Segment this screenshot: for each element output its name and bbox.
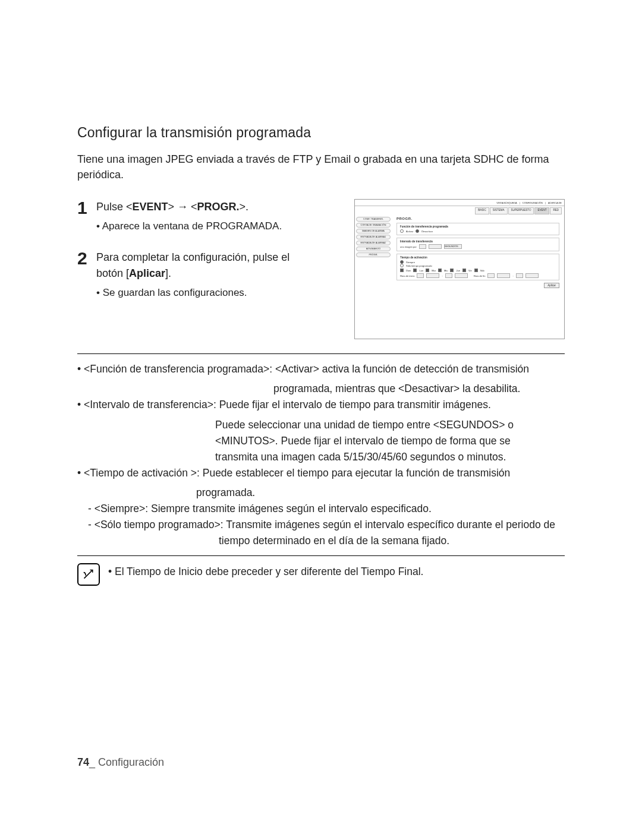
step-2: 2 Para completar la configuración, pulse… [77, 250, 340, 301]
step-1-sub: • Aparece la ventana de PROGRAMADA. [96, 219, 282, 234]
box-transfer-function: Función de transferencia programada Acti… [396, 223, 559, 235]
day-checkbox[interactable] [438, 269, 442, 272]
page-footer: 74_ Configuración [77, 756, 164, 769]
topnav-item[interactable]: VISTA BÚSQUEDA [496, 201, 517, 204]
sidebar-item[interactable]: IMAGEN DE ALARMA [356, 229, 391, 233]
box-activation-time: Tiempo de activación Siempre Sólo tiempo… [396, 254, 559, 280]
start-min-spinner[interactable] [455, 273, 468, 278]
day-checkbox[interactable] [413, 269, 417, 272]
panel-heading: PROGR. [396, 217, 559, 220]
apply-button[interactable]: Aplicar [544, 283, 559, 288]
box-transfer-interval: Intervalo de transferencia una imagen po… [396, 238, 559, 251]
start-min-input[interactable] [445, 273, 452, 278]
day-checkbox[interactable] [450, 269, 454, 272]
intro-text: Tiene una imagen JPEG enviada a través d… [77, 151, 565, 182]
radio-scheduled-only[interactable] [400, 264, 404, 267]
divider [77, 353, 565, 354]
step-1-number: 1 [77, 199, 90, 234]
arrow-right-icon: → [177, 201, 188, 213]
end-min-spinner[interactable] [525, 273, 539, 278]
day-checkbox[interactable] [400, 269, 404, 272]
divider [77, 555, 565, 556]
tab-superpuesto[interactable]: SUPERPUESTO [508, 207, 534, 214]
note-text: • El Tiempo de Inicio debe preceder y se… [108, 566, 423, 578]
step-1: 1 Pulse <EVENT> → <PROGR.>. • Aparece la… [77, 199, 340, 234]
start-hour-input[interactable] [417, 273, 424, 278]
interval-value-input[interactable] [419, 244, 426, 249]
radio-deactivate[interactable] [416, 229, 419, 233]
topnav-item[interactable]: CONFIGURACIÓN [523, 201, 543, 204]
page-title: Configurar la transmisión programada [77, 125, 565, 141]
tab-red[interactable]: RED [550, 207, 562, 214]
start-hour-spinner[interactable] [426, 273, 439, 278]
interval-unit-select[interactable]: SEGUNDOS [444, 244, 462, 249]
end-min-input[interactable] [516, 273, 523, 278]
sidebar-item-progr[interactable]: PROGR. [356, 252, 391, 257]
tab-sistema[interactable]: SISTEMA [490, 207, 508, 214]
sidebar-item[interactable]: ENTRADA DE ALARMA2 [356, 241, 391, 245]
day-checkbox[interactable] [426, 269, 429, 272]
end-hour-spinner[interactable] [497, 273, 510, 278]
day-checkbox[interactable] [462, 269, 466, 272]
topnav-item[interactable]: ACERCA DE [548, 201, 562, 204]
tab-event[interactable]: EVENT [534, 207, 549, 214]
sidebar-item[interactable]: CORTA DE GRABACIÓN [356, 223, 391, 228]
step-2-text: Para completar la configuración, pulse e… [96, 250, 289, 282]
sidebar-item[interactable]: CONF. TRANSFER. [356, 217, 391, 222]
step-2-sub: • Se guardan las configuraciones. [96, 285, 289, 301]
step-1-text: Pulse <EVENT> → <PROGR.>. [96, 201, 248, 213]
end-hour-input[interactable] [487, 273, 495, 278]
config-screenshot: VISTA BÚSQUEDA | CONFIGURACIÓN | ACERCA … [354, 199, 565, 339]
day-checkbox[interactable] [474, 269, 478, 272]
tab-basic[interactable]: BASIC [475, 207, 489, 214]
sidebar-item[interactable]: ENTRADA DE ALARMA1 [356, 235, 391, 239]
description-block: • <Función de transferencia programada>:… [77, 361, 565, 549]
step-2-number: 2 [77, 250, 90, 301]
radio-activate[interactable] [400, 229, 404, 233]
note-icon [77, 563, 100, 586]
sidebar-item[interactable]: MOVIMIENTO [356, 247, 391, 251]
interval-spinner[interactable] [429, 244, 442, 249]
